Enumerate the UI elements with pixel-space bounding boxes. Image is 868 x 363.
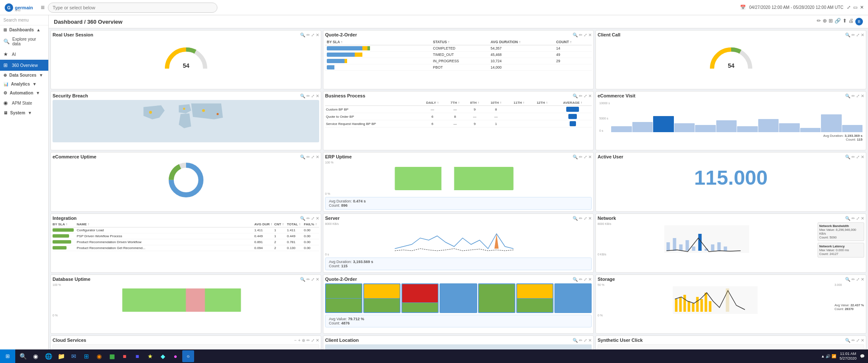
search-icon-ev[interactable]: 🔍 [845,94,850,98]
search-icon-int[interactable]: 🔍 [300,216,305,221]
edit-icon-cl[interactable]: ✏ [579,338,582,343]
share-icon[interactable]: ⬆ [843,18,847,25]
edit-icon-cc[interactable]: ✏ [851,33,855,37]
close-icon-q2o[interactable]: ✕ [588,33,592,37]
edit-icon-sb[interactable]: ✏ [306,94,310,98]
sidebar-item-data-sources[interactable]: ⊕ Data Sources ▼ [0,71,48,80]
bp-col-10th[interactable]: 10TH ↑ [484,100,507,106]
plus-icon-cloud[interactable]: + [298,338,300,343]
taskbar-mail[interactable]: ✉ [68,350,80,362]
edit-icon-suc[interactable]: ✏ [851,338,855,343]
sidebar-item-apm-state[interactable]: ◉ APM State [0,97,48,108]
resize-icon[interactable]: ⤢ [847,5,851,10]
edit-icon-db[interactable]: ✏ [306,277,310,282]
edit-icon-ev[interactable]: ✏ [851,94,855,98]
int-col-count[interactable]: CNT ↑ [274,222,286,226]
sidebar-item-explore[interactable]: 🔍 Explore your data [0,34,48,49]
expand-icon-cc[interactable]: ⤢ [856,33,860,37]
search-icon-suc[interactable]: 🔍 [845,338,850,343]
bp-col-12th[interactable]: 12TH ↑ [531,100,554,106]
taskbar-cortana[interactable]: ◉ [30,350,42,362]
close-icon-erp[interactable]: ✕ [588,155,592,159]
search-icon-stor[interactable]: 🔍 [845,277,850,282]
expand-icon-au[interactable]: ⤢ [856,155,860,159]
search-icon-rus[interactable]: 🔍 [300,33,305,37]
taskbar-store[interactable]: ⊞ [81,350,92,362]
expand-icon-sb[interactable]: ⤢ [311,94,314,98]
taskbar-app6[interactable]: ● [170,350,181,362]
expand-icon-db[interactable]: ⤢ [311,277,314,282]
edit-icon-q2o[interactable]: ✏ [579,33,582,37]
close-icon[interactable]: ✕ [860,5,864,10]
search-icon-q2o[interactable]: 🔍 [573,33,578,37]
close-icon-cl[interactable]: ✕ [588,338,592,343]
link-icon[interactable]: 🔗 [835,18,841,25]
bp-col-name[interactable] [325,100,420,106]
edit-icon-erp[interactable]: ✏ [579,155,582,159]
print-icon[interactable]: 🖨 [849,18,854,25]
sidebar-item-system[interactable]: 🖥 System ▼ [0,108,48,117]
int-col-sla[interactable]: BY SLA ↑ [53,222,76,226]
sidebar-item-automation[interactable]: ⚙ Automation ▼ [0,89,48,97]
close-icon-suc[interactable]: ✕ [861,338,864,343]
taskbar-app5[interactable]: ◆ [157,350,169,362]
col-duration[interactable]: AVG DURATION ↑ [489,39,555,45]
expand-icon-net[interactable]: ⤢ [856,216,860,221]
close-icon-au[interactable]: ✕ [861,155,864,159]
expand-icon-eu[interactable]: ⤢ [311,155,314,159]
sidebar-item-360-overview[interactable]: ⊞ 360 Overview [0,60,48,71]
expand-icon-ev[interactable]: ⤢ [856,94,860,98]
search-icon-erp[interactable]: 🔍 [573,155,578,159]
search-icon-net[interactable]: 🔍 [845,216,850,221]
close-icon-q2ob[interactable]: ✕ [588,277,592,282]
bp-col-daily[interactable]: DAILY ↑ [420,100,445,106]
close-icon-sb[interactable]: ✕ [316,94,319,98]
taskbar-search[interactable]: 🔍 [17,350,29,362]
search-icon-bp[interactable]: 🔍 [573,94,578,98]
search-input[interactable] [48,3,217,13]
search-icon-cl[interactable]: 🔍 [573,338,578,343]
taskbar-app1[interactable]: ▦ [106,350,118,362]
col-status[interactable]: STATUS ↑ [431,39,489,45]
hamburger-icon[interactable]: ≡ [41,4,45,11]
taskbar-germain[interactable]: G [182,350,194,362]
taskbar-app4[interactable]: ★ [144,350,156,362]
expand-icon-stor[interactable]: ⤢ [856,277,860,282]
close-icon-int[interactable]: ✕ [316,216,319,221]
grid-icon[interactable]: ⊞ [829,18,833,25]
close-icon-srv[interactable]: ✕ [588,216,592,221]
int-col-failure[interactable]: FAIL% ↑ [304,222,319,226]
close-icon-cc[interactable]: ✕ [861,33,864,37]
expand-icon-suc[interactable]: ⤢ [856,338,860,343]
expand-icon-erp[interactable]: ⤢ [584,155,587,159]
bp-col-7th[interactable]: 7TH ↑ [445,100,465,106]
expand-icon-cloud[interactable]: ⤢ [311,338,314,343]
sidebar-item-dashboards[interactable]: ⊞ Dashboards ▲ [0,25,48,34]
expand-icon-cl[interactable]: ⤢ [584,338,587,343]
search-icon-q2ob[interactable]: 🔍 [573,277,578,282]
expand-icon-int[interactable]: ⤢ [311,216,314,221]
search-icon-eu[interactable]: 🔍 [300,155,305,159]
restore-icon[interactable]: ▭ [853,5,857,10]
edit-icon-eu[interactable]: ✏ [306,155,310,159]
expand-icon-rus[interactable]: ⤢ [311,33,314,37]
edit-icon-srv[interactable]: ✏ [579,216,582,221]
expand-icon-srv[interactable]: ⤢ [584,216,587,221]
search-icon-db[interactable]: 🔍 [300,277,305,282]
taskbar-app2[interactable]: ■ [119,350,131,362]
edit-icon-stor[interactable]: ✏ [851,277,855,282]
close-icon-bp[interactable]: ✕ [588,94,592,98]
close-icon-db[interactable]: ✕ [316,277,319,282]
sidebar-item-ai[interactable]: ★ AI [0,49,48,60]
taskbar-chrome[interactable]: ◉ [93,350,105,362]
edit-icon-bp[interactable]: ✏ [579,94,582,98]
search-icon-au[interactable]: 🔍 [845,155,850,159]
user-avatar[interactable]: B [855,18,863,25]
edit-icon-au[interactable]: ✏ [851,155,855,159]
add-icon[interactable]: ⊕ [823,18,827,25]
close-icon-cloud[interactable]: ✕ [316,338,319,343]
int-col-name[interactable]: NAME ↑ [77,222,253,226]
minus-icon-cloud[interactable]: − [294,338,297,343]
start-button[interactable]: ⊞ [0,349,15,363]
search-icon-cc[interactable]: 🔍 [845,33,850,37]
